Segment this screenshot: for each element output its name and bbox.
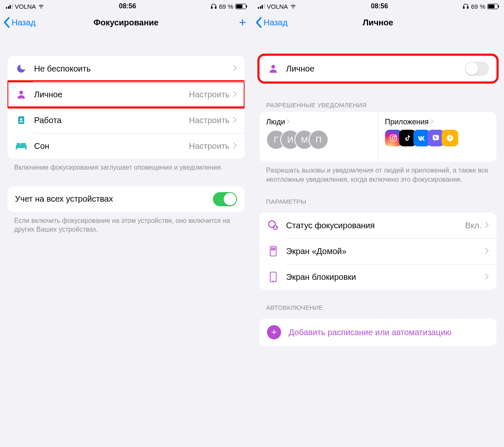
row-add-schedule[interactable]: + Добавить расписание или автоматизацию	[259, 319, 497, 346]
wifi-icon	[290, 3, 296, 10]
chevron-right-icon	[287, 118, 290, 126]
personal-toggle[interactable]	[465, 62, 489, 76]
headphones-icon	[462, 3, 469, 10]
svg-rect-6	[16, 145, 27, 148]
chevron-right-icon	[233, 90, 237, 99]
row-label: Работа	[34, 116, 189, 125]
svg-point-13	[272, 65, 275, 69]
row-personal-toggle[interactable]: Личное	[259, 56, 497, 81]
row-work[interactable]: Работа Настроить	[7, 107, 245, 133]
screen-focus-list: VOLNA 08:56 69 % Назад Фокусирование + Н…	[0, 0, 252, 447]
svg-point-23	[273, 248, 274, 249]
row-value: Настроить	[189, 90, 230, 99]
auto-group: + Добавить расписание или автоматизацию	[259, 319, 497, 346]
allowed-footer-text: Разрешать вызовы и уведомления от людей …	[252, 162, 504, 184]
focus-status-icon	[267, 219, 279, 232]
row-lock-screen[interactable]: Экран блокировки	[259, 264, 497, 290]
svg-point-22	[272, 248, 272, 249]
add-schedule-label: Добавить расписание или автоматизацию	[289, 327, 452, 338]
people-avatars: Г И М П	[266, 130, 371, 150]
row-home-screen[interactable]: Экран «Домой»	[259, 238, 497, 264]
section-header-auto: АВТОВКЛЮЧЕНИЕ	[252, 290, 504, 314]
row-personal[interactable]: Личное Настроить	[7, 81, 245, 107]
carrier-label: VOLNA	[267, 3, 288, 10]
back-button[interactable]: Назад	[3, 17, 35, 28]
svg-rect-12	[467, 7, 468, 8]
svg-rect-9	[17, 143, 20, 145]
nav-bar: Назад Фокусирование +	[0, 12, 252, 36]
row-do-not-disturb[interactable]: Не беспокоить	[7, 56, 245, 81]
screen-personal-focus: VOLNA 08:56 69 % Назад Личное Личное	[252, 0, 504, 447]
row-label: Статус фокусирования	[286, 221, 465, 230]
status-time: 08:56	[119, 2, 136, 10]
chevron-right-icon	[233, 64, 237, 74]
row-label: Экран блокировки	[286, 272, 485, 282]
svg-rect-1	[215, 7, 216, 8]
svg-rect-7	[16, 148, 17, 150]
svg-point-20	[274, 226, 276, 227]
nav-bar: Назад Личное	[252, 12, 504, 36]
chevron-right-icon	[485, 221, 489, 230]
add-focus-button[interactable]: +	[239, 15, 246, 30]
wifi-icon	[38, 3, 44, 10]
svg-point-27	[274, 249, 275, 250]
back-label: Назад	[12, 18, 35, 27]
svg-rect-0	[211, 7, 212, 8]
svg-point-15	[392, 137, 395, 140]
signal-icon	[258, 4, 265, 9]
row-sync-across-devices[interactable]: Учет на всех устройствах	[7, 186, 245, 212]
row-label: Личное	[34, 90, 189, 99]
allowed-people[interactable]: Люди Г И М П	[259, 112, 378, 162]
clock-icon	[442, 130, 458, 146]
row-label: Личное	[286, 64, 465, 74]
section-header-allowed: РАЗРЕШЕННЫЕ УВЕДОМЛЕНИЯ	[252, 81, 504, 112]
svg-point-16	[395, 136, 395, 137]
svg-rect-11	[463, 7, 464, 8]
people-label: Люди	[266, 118, 285, 126]
status-time: 08:56	[371, 2, 388, 10]
sync-toggle[interactable]	[213, 192, 237, 206]
chevron-right-icon	[485, 272, 489, 282]
personal-toggle-group: Личное	[259, 56, 497, 81]
row-value: Вкл.	[465, 221, 482, 230]
battery-pct: 69 %	[471, 3, 485, 10]
person-icon	[267, 62, 279, 75]
row-focus-status[interactable]: Статус фокусирования Вкл.	[259, 212, 497, 238]
params-group: Статус фокусирования Вкл. Экран «Домой» …	[259, 212, 497, 290]
focus-list-group: Не беспокоить Личное Настроить Работа На…	[7, 56, 245, 159]
moon-icon	[15, 62, 27, 75]
chevron-right-icon	[485, 247, 489, 256]
person-icon	[15, 88, 27, 101]
chevron-left-icon	[255, 17, 263, 28]
svg-rect-10	[20, 143, 26, 145]
svg-point-2	[20, 91, 23, 94]
allowed-notifications-group: Люди Г И М П Приложения	[259, 112, 497, 162]
svg-point-4	[20, 118, 22, 121]
chevron-right-icon	[233, 141, 237, 151]
sync-group: Учет на всех устройствах	[7, 186, 245, 212]
svg-rect-28	[270, 272, 276, 282]
row-label: Сон	[34, 141, 189, 151]
page-title: Фокусирование	[0, 18, 252, 27]
sync-footer-text: Если включить фокусирование на этом устр…	[0, 212, 252, 234]
back-button[interactable]: Назад	[255, 17, 287, 28]
carrier-label: VOLNA	[15, 3, 36, 10]
home-screen-icon	[267, 245, 279, 257]
headphones-icon	[210, 3, 217, 10]
battery-icon	[235, 4, 246, 9]
svg-rect-8	[25, 148, 27, 150]
row-sleep[interactable]: Сон Настроить	[7, 133, 245, 159]
avatar: П	[309, 130, 329, 150]
svg-point-26	[273, 249, 274, 250]
lock-screen-icon	[267, 271, 279, 283]
bed-icon	[15, 140, 27, 152]
section-header-params: ПАРАМЕТРЫ	[252, 184, 504, 208]
apps-label: Приложения	[385, 118, 429, 126]
allowed-apps[interactable]: Приложения	[378, 112, 497, 162]
signal-icon	[6, 4, 13, 9]
row-label: Учет на всех устройствах	[15, 194, 213, 204]
svg-point-24	[274, 248, 275, 249]
row-value: Настроить	[189, 116, 230, 125]
status-bar: VOLNA 08:56 69 %	[0, 0, 252, 12]
row-label: Экран «Домой»	[286, 247, 485, 256]
